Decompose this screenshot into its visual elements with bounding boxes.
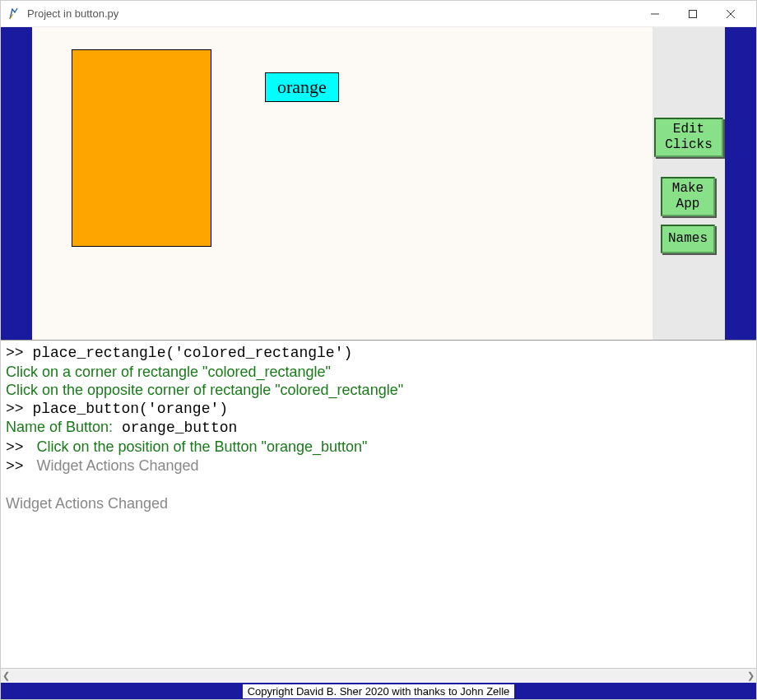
minimize-button[interactable] [636, 2, 674, 26]
make-app-button[interactable]: Make App [661, 177, 715, 216]
sidebar: Edit Clicks Make App Names [653, 27, 725, 340]
console-line: >> place_button('orange') [6, 400, 751, 419]
window-controls [636, 2, 750, 26]
console-line: Click on a corner of rectangle "colored_… [6, 363, 751, 382]
svg-rect-1 [690, 10, 697, 17]
close-button[interactable] [712, 2, 750, 26]
scroll-left-icon[interactable]: ❮ [2, 670, 10, 681]
footer: Copyright David B. Sher 2020 with thanks… [1, 683, 756, 699]
horizontal-scrollbar[interactable]: ❮ ❯ [1, 668, 756, 683]
console[interactable]: >> place_rectangle('colored_rectangle')C… [1, 340, 756, 668]
edit-clicks-button[interactable]: Edit Clicks [654, 118, 723, 157]
console-line: Name of Button: orange_button [6, 418, 751, 438]
main-frame: orange Edit Clicks Make App Names >> pla… [1, 27, 756, 699]
orange-button[interactable]: orange [265, 72, 339, 102]
names-button[interactable]: Names [661, 225, 715, 253]
console-line: >> Click on the position of the Button "… [6, 438, 751, 457]
right-margin [725, 27, 756, 340]
console-line: Widget Actions Changed [6, 494, 751, 513]
console-line: >> Widget Actions Changed [6, 457, 751, 476]
maximize-button[interactable] [674, 2, 712, 26]
left-margin [1, 27, 32, 340]
python-feather-icon [7, 7, 21, 21]
colored-rectangle[interactable] [72, 49, 211, 247]
console-wrap: >> place_rectangle('colored_rectangle')C… [1, 340, 756, 683]
window-title: Project in button.py [27, 7, 636, 20]
console-line: Click on the opposite corner of rectangl… [6, 381, 751, 400]
copyright-text: Copyright David B. Sher 2020 with thanks… [243, 684, 515, 698]
console-line [6, 476, 751, 495]
console-line: >> place_rectangle('colored_rectangle') [6, 344, 751, 363]
app-window: Project in button.py orange Edit Clicks … [0, 0, 757, 700]
canvas[interactable]: orange [32, 27, 653, 340]
scroll-right-icon[interactable]: ❯ [747, 670, 755, 681]
upper-area: orange Edit Clicks Make App Names [1, 27, 756, 340]
titlebar: Project in button.py [1, 1, 756, 27]
